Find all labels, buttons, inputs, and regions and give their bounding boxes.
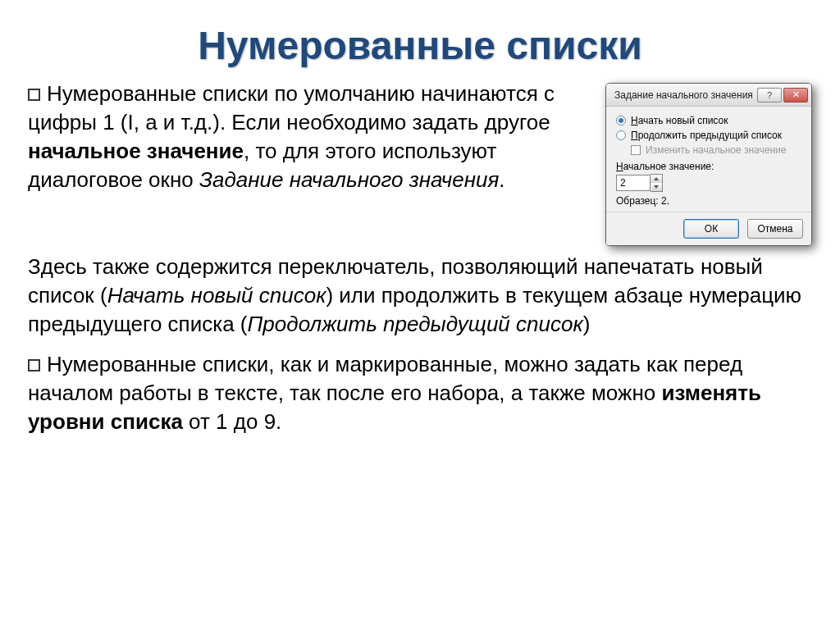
radio-icon	[616, 130, 626, 140]
dialog-footer: ОК Отмена	[606, 212, 811, 245]
spinner-up-icon[interactable]	[651, 175, 662, 183]
bullet-icon	[28, 89, 40, 101]
ok-button[interactable]: ОК	[683, 219, 739, 239]
window-buttons: ? ✕	[757, 88, 808, 103]
p1-text-d: Задание начального значения	[199, 167, 499, 192]
p3-text-a: Нумерованные списки, как и маркированные…	[28, 352, 742, 405]
cancel-button[interactable]: Отмена	[747, 219, 803, 239]
bullet-icon	[28, 359, 40, 371]
help-button[interactable]: ?	[757, 88, 782, 103]
dialog-titlebar: Задание начального значения ? ✕	[606, 84, 811, 107]
radio-new-rest: ачать новый список	[638, 115, 728, 126]
start-value-spinner[interactable]: 2	[616, 174, 801, 192]
spinner-value[interactable]: 2	[616, 175, 651, 191]
p1-text-a: Нумерованные списки по умолчанию начинаю…	[28, 81, 555, 134]
svg-marker-0	[654, 177, 659, 180]
page-title: Нумерованные списки	[0, 0, 840, 80]
value-label-u: Н	[616, 161, 623, 172]
spinner-down-icon[interactable]	[651, 183, 662, 191]
content-area: Нумерованные списки по умолчанию начинаю…	[0, 80, 840, 437]
checkbox-icon	[631, 145, 641, 155]
p1-text-b: начальное значение	[28, 139, 244, 163]
checkbox-label: Изменить начальное значение	[646, 144, 786, 156]
radio-new-u: Н	[631, 115, 638, 126]
dialog-title: Задание начального значения	[614, 89, 753, 101]
p2-text-d: Продолжить предыдущий список	[248, 312, 583, 336]
radio-cont-rest: родолжить предыдущий список	[638, 130, 782, 141]
p2-text-e: )	[583, 312, 591, 336]
p3-text-c: от 1 до 9.	[183, 409, 281, 434]
radio-continue-label: Продолжить предыдущий список	[631, 130, 782, 141]
row-paragraph-and-dialog: Нумерованные списки по умолчанию начинаю…	[28, 80, 812, 246]
radio-icon	[616, 116, 626, 125]
radio-new-label: Начать новый список	[631, 115, 728, 126]
spinner-buttons	[651, 174, 663, 192]
paragraph-1: Нумерованные списки по умолчанию начинаю…	[28, 80, 594, 194]
start-value-label: Начальное значение:	[616, 161, 801, 172]
dialog-start-value: Задание начального значения ? ✕ Начать н…	[605, 83, 812, 246]
checkbox-change-start: Изменить начальное значение	[616, 144, 801, 156]
radio-continue-list[interactable]: Продолжить предыдущий список	[616, 130, 801, 141]
value-label-rest: ачальное значение:	[623, 161, 714, 172]
radio-new-list[interactable]: Начать новый список	[616, 115, 801, 126]
paragraph-3: Нумерованные списки, как и маркированные…	[28, 350, 812, 436]
svg-marker-1	[654, 185, 659, 189]
sample-row: Образец: 2.	[616, 195, 801, 207]
paragraph-2: Здесь также содержится переключатель, по…	[28, 253, 812, 339]
p2-text-b: Начать новый список	[107, 283, 326, 308]
p1-text-e: .	[499, 167, 504, 192]
close-button[interactable]: ✕	[783, 88, 808, 103]
dialog-body: Начать новый список Продолжить предыдущи…	[606, 107, 811, 212]
radio-cont-u: П	[631, 130, 638, 141]
sample-label: Образец:	[616, 195, 661, 207]
sample-value: 2.	[661, 195, 669, 207]
